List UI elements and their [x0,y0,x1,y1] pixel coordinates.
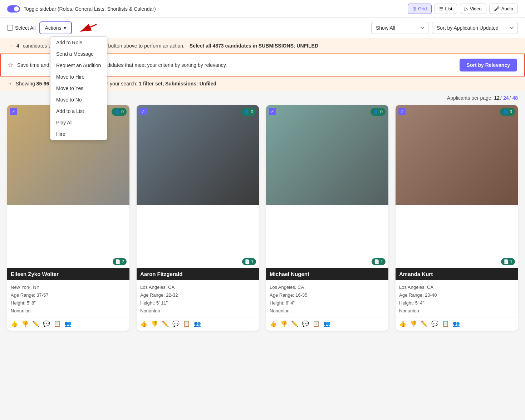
card-checkbox-eileen[interactable]: ✓ [10,108,17,115]
grid-view-button[interactable]: ⊞ Grid [408,4,432,14]
list-view-button[interactable]: ☰ List [435,4,457,14]
edit-icon[interactable]: ✏️ [162,320,169,327]
thumbs-down-icon[interactable]: 👎 [151,320,158,327]
group-badge-amanda: 👤 0 [500,108,515,116]
candidate-info-michael: Los Angeles, CA Age Range: 16-35 Height:… [266,280,388,317]
doc-badge-amanda: 📄 1 [501,258,515,265]
thumbs-down-icon[interactable]: 👎 [410,320,417,327]
menu-item-add-to-role[interactable]: Add to Role [50,37,107,48]
candidate-card-michael[interactable]: ✓ 👤 0 📄 1 Michael Nugent Los Angeles, CA… [266,105,388,331]
candidate-height-aaron: Height: 5' 11" [140,299,255,307]
select-all-checkbox[interactable] [7,25,13,31]
filter-value: Submissions: Unfiled [165,81,216,87]
edit-icon[interactable]: ✏️ [32,320,39,327]
edit-icon[interactable]: ✏️ [421,320,428,327]
top-bar: Toggle sidebar (Roles, General Lists, Sh… [0,0,525,18]
thumbs-down-icon[interactable]: 👎 [21,320,29,327]
candidate-photo-michael [266,105,388,205]
candidate-height-eileen: Height: 5' 8" [11,299,126,307]
candidate-union-michael: Nonunion [270,307,385,315]
group-badge-aaron: 👤 0 [241,108,256,116]
thumbs-down-icon[interactable]: 👎 [280,320,288,327]
menu-item-move-to-no[interactable]: Move to No [50,94,107,105]
card-checkbox-michael[interactable]: ✓ [269,108,276,115]
doc-badge-eileen: 📄 2 [113,258,127,265]
sidebar-toggle[interactable] [7,5,20,13]
thumbs-up-icon[interactable]: 👍 [270,320,277,327]
candidate-name-michael: Michael Nugent [266,268,388,280]
list-icon[interactable]: 📋 [54,320,61,327]
view-switcher: ⊞ Grid ☰ List ▷ Video 🎤 Audio [408,4,518,14]
candidate-age-michael: Age Range: 16-35 [270,291,385,299]
filter-showing: Showing 85-96 of 4,873 candidates within… [16,81,216,87]
card-actions-amanda: 👍 👎 ✏️ 💬 📋 👥 [396,317,518,331]
info-arrow-icon: → [7,43,13,49]
menu-item-move-to-yes[interactable]: Move to Yes [50,83,107,94]
group-icon[interactable]: 👥 [323,320,330,327]
chat-icon[interactable]: 💬 [431,320,438,327]
thumbs-up-icon[interactable]: 👍 [11,320,18,327]
thumbs-up-icon[interactable]: 👍 [140,320,147,327]
menu-item-hire[interactable]: Hire [50,128,107,140]
group-badge-eileen: 👤 0 [112,108,127,116]
chat-icon[interactable]: 💬 [43,320,50,327]
menu-item-move-to-hire[interactable]: Move to Hire [50,71,107,83]
candidate-age-amanda: Age Range: 20-40 [399,291,514,299]
group-icon[interactable]: 👥 [194,320,201,327]
select-all-label: Select All [15,25,36,31]
doc-icon: 📄 [374,259,379,264]
group-icon[interactable]: 👥 [64,320,72,327]
per-page-12[interactable]: 12 [494,95,500,101]
sort-relevancy-button[interactable]: Sort by Relevancy [460,59,517,71]
star-icon: ☆ [8,61,14,69]
candidate-name-eileen: Eileen Zyko Wolter [7,268,129,280]
doc-icon: 📄 [245,259,250,264]
red-arrow-indicator [77,21,98,36]
card-checkbox-amanda[interactable]: ✓ [398,108,406,115]
video-view-button[interactable]: ▷ Video [460,4,486,14]
candidate-union-eileen: Nonunion [11,307,126,315]
chat-icon[interactable]: 💬 [302,320,309,327]
list-icon: ☰ [439,6,443,11]
select-all-link[interactable]: Select all 4873 candidates in SUBMISSION… [190,43,318,49]
person-icon: 👤 [373,109,379,114]
candidate-union-aaron: Nonunion [140,307,255,315]
doc-icon: 📄 [504,259,509,264]
chat-icon[interactable]: 💬 [172,320,180,327]
info-count: 4 [16,43,19,49]
toolbar: Select All Actions ▾ Add to Role Send a … [0,18,525,38]
candidate-height-michael: Height: 6' 4" [270,299,385,307]
thumbs-up-icon[interactable]: 👍 [399,320,406,327]
candidate-location-eileen: New York, NY [11,283,126,291]
menu-item-send-message[interactable]: Send a Message [50,48,107,60]
group-icon[interactable]: 👥 [453,320,460,327]
candidate-location-amanda: Los Angeles, CA [399,283,514,291]
card-checkbox-aaron[interactable]: ✓ [139,108,147,115]
candidate-name-aaron: Aaron Fitzgerald [137,268,259,280]
sidebar-toggle-label: Toggle sidebar (Roles, General Lists, Sh… [24,6,156,12]
per-page-24[interactable]: 24 [503,95,509,101]
show-all-select[interactable]: Show All [371,22,428,34]
menu-item-add-to-list[interactable]: Add to a List [50,105,107,117]
candidate-card-amanda[interactable]: ✓ 👤 0 📄 1 Amanda Kurt Los Angeles, CA Ag… [396,105,518,331]
sort-select[interactable]: Sort by Application Updated Sort by Rele… [432,22,518,34]
card-actions-aaron: 👍 👎 ✏️ 💬 📋 👥 [137,317,259,331]
menu-item-request-audition[interactable]: Request an Audition [50,60,107,71]
candidate-age-eileen: Age Range: 37-57 [11,291,126,299]
list-icon[interactable]: 📋 [442,320,449,327]
candidate-photo-aaron [137,105,259,205]
menu-item-play-all[interactable]: Play All [50,117,107,128]
audio-view-button[interactable]: 🎤 Audio [489,4,518,14]
actions-button[interactable]: Actions ▾ [39,21,72,34]
show-all-wrap: Show All [371,22,428,34]
candidate-info-amanda: Los Angeles, CA Age Range: 20-40 Height:… [396,280,518,317]
per-page-48[interactable]: 48 [512,95,518,101]
list-icon[interactable]: 📋 [183,320,190,327]
filter-set: 1 filter set, [139,81,164,87]
list-icon[interactable]: 📋 [313,320,320,327]
edit-icon[interactable]: ✏️ [291,320,298,327]
candidate-card-aaron[interactable]: ✓ 👤 0 📄 1 Aaron Fitzgerald Los Angeles, … [137,105,259,331]
svg-line-1 [80,24,97,31]
candidate-height-amanda: Height: 5' 4" [399,299,514,307]
person-icon: 👤 [503,109,508,114]
